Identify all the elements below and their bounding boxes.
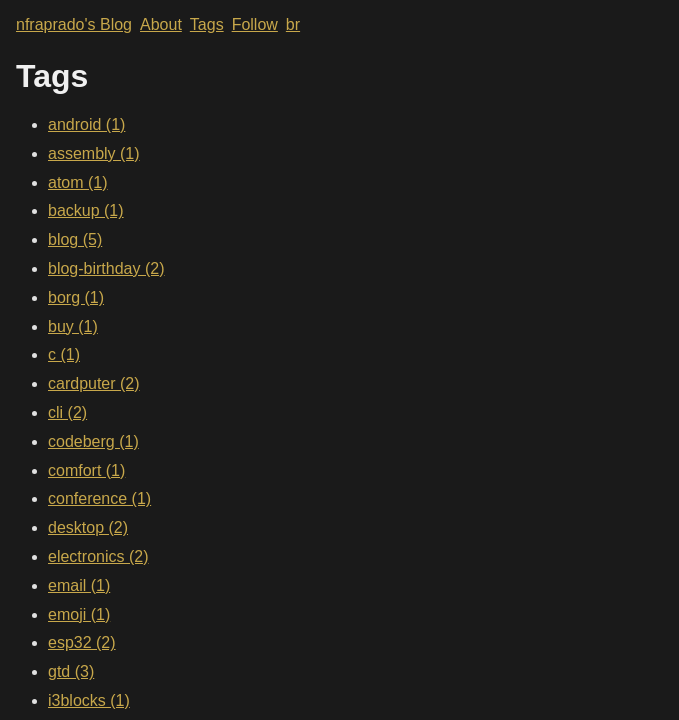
tag-link[interactable]: backup (1) bbox=[48, 202, 124, 219]
list-item: emoji (1) bbox=[48, 601, 663, 630]
nav-about-link[interactable]: About bbox=[140, 16, 182, 34]
list-item: blog-birthday (2) bbox=[48, 255, 663, 284]
list-item: cli (2) bbox=[48, 399, 663, 428]
list-item: buy (1) bbox=[48, 313, 663, 342]
nav-follow-link[interactable]: Follow bbox=[232, 16, 278, 34]
tag-link[interactable]: atom (1) bbox=[48, 174, 108, 191]
nav-tags-link[interactable]: Tags bbox=[190, 16, 224, 34]
tag-link[interactable]: assembly (1) bbox=[48, 145, 140, 162]
tag-link[interactable]: blog-birthday (2) bbox=[48, 260, 165, 277]
page-title: Tags bbox=[16, 58, 663, 95]
list-item: backup (1) bbox=[48, 197, 663, 226]
main-nav: nfraprado's Blog About Tags Follow br bbox=[16, 8, 663, 42]
nav-blog-link[interactable]: nfraprado's Blog bbox=[16, 16, 132, 34]
tag-link[interactable]: cardputer (2) bbox=[48, 375, 140, 392]
list-item: comfort (1) bbox=[48, 457, 663, 486]
list-item: gtd (3) bbox=[48, 658, 663, 687]
list-item: android (1) bbox=[48, 111, 663, 140]
list-item: blog (5) bbox=[48, 226, 663, 255]
list-item: codeberg (1) bbox=[48, 428, 663, 457]
tag-link[interactable]: blog (5) bbox=[48, 231, 102, 248]
tag-link[interactable]: i3blocks (1) bbox=[48, 692, 130, 709]
tag-link[interactable]: emoji (1) bbox=[48, 606, 110, 623]
list-item: i3blocks (1) bbox=[48, 687, 663, 716]
tag-link[interactable]: electronics (2) bbox=[48, 548, 148, 565]
list-item: borg (1) bbox=[48, 284, 663, 313]
list-item: esp32 (2) bbox=[48, 629, 663, 658]
list-item: assembly (1) bbox=[48, 140, 663, 169]
tag-link[interactable]: borg (1) bbox=[48, 289, 104, 306]
tag-link[interactable]: desktop (2) bbox=[48, 519, 128, 536]
tag-link[interactable]: conference (1) bbox=[48, 490, 151, 507]
list-item: desktop (2) bbox=[48, 514, 663, 543]
list-item: conference (1) bbox=[48, 485, 663, 514]
list-item: cardputer (2) bbox=[48, 370, 663, 399]
list-item: kernel (1) bbox=[48, 716, 663, 720]
list-item: email (1) bbox=[48, 572, 663, 601]
tag-link[interactable]: buy (1) bbox=[48, 318, 98, 335]
tag-link[interactable]: c (1) bbox=[48, 346, 80, 363]
tag-link[interactable]: gtd (3) bbox=[48, 663, 94, 680]
tag-link[interactable]: codeberg (1) bbox=[48, 433, 139, 450]
tag-link[interactable]: android (1) bbox=[48, 116, 125, 133]
tag-link[interactable]: comfort (1) bbox=[48, 462, 125, 479]
tags-list: android (1)assembly (1)atom (1)backup (1… bbox=[16, 111, 663, 720]
list-item: electronics (2) bbox=[48, 543, 663, 572]
tag-link[interactable]: email (1) bbox=[48, 577, 110, 594]
tag-link[interactable]: cli (2) bbox=[48, 404, 87, 421]
nav-br-link[interactable]: br bbox=[286, 16, 300, 34]
list-item: c (1) bbox=[48, 341, 663, 370]
list-item: atom (1) bbox=[48, 169, 663, 198]
tag-link[interactable]: esp32 (2) bbox=[48, 634, 116, 651]
